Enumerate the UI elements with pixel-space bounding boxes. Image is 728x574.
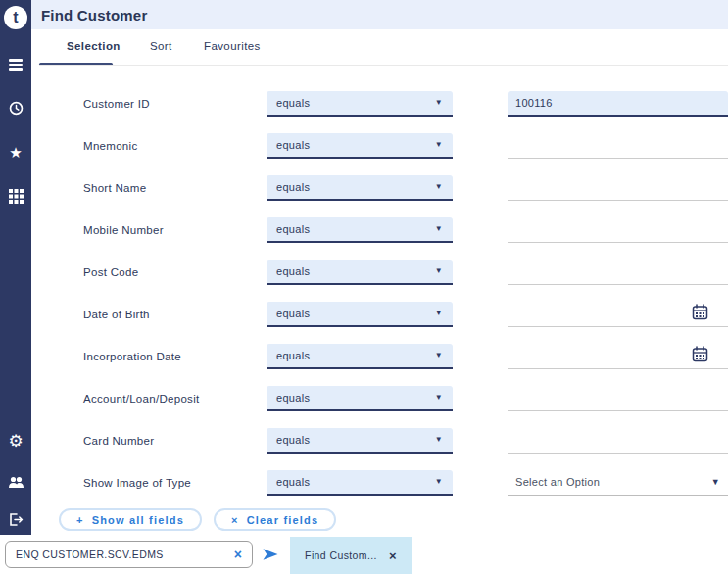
selection-form: Customer ID equals ▼ Mnemonic equals ▼ S… <box>31 82 728 503</box>
field-label: Customer ID <box>83 98 150 110</box>
value-cell <box>508 133 728 159</box>
form-row-account-loan-deposit: Account/Loan/Deposit equals ▼ <box>31 377 728 419</box>
operator-select[interactable]: equals ▼ <box>267 428 453 454</box>
post-code-input[interactable] <box>508 260 728 285</box>
temenos-logo[interactable]: t <box>4 6 27 29</box>
chevron-down-icon: ▼ <box>711 477 720 487</box>
close-icon: × <box>231 514 239 526</box>
logout-icon[interactable] <box>0 509 31 529</box>
value-cell <box>508 428 728 454</box>
value-cell <box>508 386 728 411</box>
operator-select[interactable]: equals ▼ <box>267 260 453 285</box>
field-label: Short Name <box>83 182 146 194</box>
open-screen-tab-label: Find Custom... <box>305 550 377 561</box>
form-row-mnemonic: Mnemonic equals ▼ <box>31 124 728 167</box>
operator-select[interactable]: equals ▼ <box>267 386 453 411</box>
short-name-input[interactable] <box>508 175 728 201</box>
form-row-short-name: Short Name equals ▼ <box>31 167 728 209</box>
field-label: Account/Loan/Deposit <box>83 393 200 405</box>
calendar-icon[interactable] <box>692 346 708 362</box>
field-label: Mnemonic <box>83 140 137 152</box>
page-title: Find Customer <box>41 7 147 24</box>
card-number-input[interactable] <box>508 428 728 454</box>
field-label: Mobile Number <box>83 224 164 236</box>
show-all-fields-button[interactable]: + Show all fields <box>59 508 202 531</box>
tab-selection[interactable]: Selection <box>67 29 121 64</box>
chevron-down-icon: ▼ <box>435 140 443 149</box>
clear-fields-label: Clear fields <box>247 514 319 526</box>
users-glyph <box>8 475 24 490</box>
chevron-down-icon: ▼ <box>435 477 443 486</box>
chevron-down-icon: ▼ <box>435 393 443 402</box>
command-input[interactable]: ENQ CUSTOMER.SCV.EDMS × <box>5 541 253 568</box>
gear-glyph: ⚙ <box>8 433 23 450</box>
form-row-card-number: Card Number equals ▼ <box>31 419 728 461</box>
clear-command-icon[interactable]: × <box>234 547 242 562</box>
show-all-fields-label: Show all fields <box>92 514 184 526</box>
form-row-show-image-of-type: Show Image of Type equals ▼ Select an Op… <box>31 461 728 503</box>
operator-select[interactable]: equals ▼ <box>267 91 453 117</box>
plus-icon: + <box>76 514 84 526</box>
menu-icon[interactable] <box>0 55 31 74</box>
operator-select[interactable]: equals ▼ <box>267 133 453 159</box>
logout-glyph <box>8 512 24 527</box>
apps-grid-icon[interactable] <box>0 186 31 206</box>
clear-fields-button[interactable]: × Clear fields <box>214 508 336 531</box>
image-type-select[interactable]: Select an Option ▼ <box>508 470 728 496</box>
operator-select[interactable]: equals ▼ <box>267 217 453 243</box>
operator-select[interactable]: equals ▼ <box>267 470 453 496</box>
history-icon[interactable] <box>0 98 31 118</box>
settings-gear-icon[interactable]: ⚙ <box>0 431 31 451</box>
sidebar: t ★ ⚙ <box>0 0 31 535</box>
operator-select[interactable]: equals ▼ <box>267 344 453 369</box>
operator-select[interactable]: equals ▼ <box>267 175 453 201</box>
close-tab-icon[interactable]: × <box>389 549 397 563</box>
value-cell <box>508 344 728 369</box>
tab-favourites[interactable]: Favourites <box>204 29 261 64</box>
value-cell <box>508 217 728 243</box>
favourites-icon[interactable]: ★ <box>0 142 31 162</box>
operator-value: equals <box>276 434 310 446</box>
operator-value: equals <box>276 223 310 235</box>
field-label: Incorporation Date <box>83 351 181 362</box>
calendar-icon[interactable] <box>692 304 708 320</box>
value-cell <box>508 302 728 327</box>
grid-glyph <box>9 189 24 204</box>
mnemonic-input[interactable] <box>508 133 728 159</box>
open-screen-tab[interactable]: Find Custom... × <box>290 537 412 574</box>
operator-value: equals <box>276 350 310 361</box>
page-header: Find Customer <box>31 0 728 29</box>
field-label: Show Image of Type <box>83 477 191 489</box>
users-icon[interactable] <box>0 472 31 492</box>
select-placeholder: Select an Option <box>515 476 600 488</box>
tab-bar: Selection Sort Favourites <box>31 29 728 65</box>
chevron-down-icon: ▼ <box>435 266 443 275</box>
value-cell: Select an Option ▼ <box>508 470 728 496</box>
tab-sort[interactable]: Sort <box>150 29 172 64</box>
operator-value: equals <box>276 97 310 109</box>
send-arrow-glyph <box>260 545 281 564</box>
chevron-down-icon: ▼ <box>435 435 443 444</box>
hamburger-bars <box>9 57 23 72</box>
chevron-down-icon: ▼ <box>435 182 443 191</box>
operator-select[interactable]: equals ▼ <box>267 302 453 327</box>
customer-id-input[interactable] <box>508 91 728 117</box>
value-cell <box>508 175 728 201</box>
chevron-down-icon: ▼ <box>435 351 443 359</box>
mobile-number-input[interactable] <box>508 217 728 243</box>
field-label: Card Number <box>83 435 154 447</box>
form-row-date-of-birth: Date of Birth equals ▼ <box>31 293 728 335</box>
form-row-post-code: Post Code equals ▼ <box>31 251 728 293</box>
chevron-down-icon: ▼ <box>435 98 443 107</box>
chevron-down-icon: ▼ <box>435 309 443 317</box>
send-command-icon[interactable] <box>258 543 283 566</box>
chevron-down-icon: ▼ <box>435 224 443 233</box>
account-loan-deposit-input[interactable] <box>508 386 728 411</box>
operator-value: equals <box>276 181 310 193</box>
operator-value: equals <box>276 139 310 151</box>
operator-value: equals <box>276 308 310 319</box>
history-clock-glyph <box>8 100 24 117</box>
star-glyph: ★ <box>9 145 22 160</box>
field-label: Date of Birth <box>83 309 150 320</box>
operator-value: equals <box>276 265 310 277</box>
